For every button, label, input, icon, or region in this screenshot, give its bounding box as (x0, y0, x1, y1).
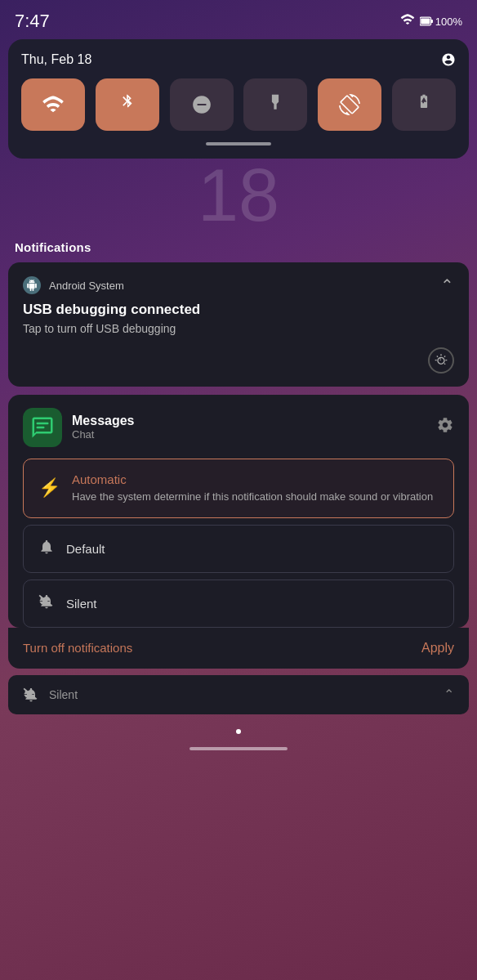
bell-off-icon (38, 593, 55, 614)
partial-row-chevron: ⌃ (444, 687, 454, 702)
dnd-qs-icon (191, 94, 212, 115)
qs-tile-autorotate[interactable] (318, 78, 381, 131)
automatic-description: Have the system determine if this notifi… (72, 490, 433, 504)
status-bar: 7:47 100% (0, 0, 477, 39)
notif-app-header: Android System ⌃ (23, 275, 454, 295)
svg-rect-1 (421, 18, 430, 24)
bottom-dot (236, 729, 241, 734)
option-automatic[interactable]: ⚡ Automatic Have the system determine if… (23, 459, 454, 518)
android-system-notification: Android System ⌃ USB debugging connected… (8, 262, 469, 387)
messages-icon-svg (30, 415, 55, 440)
lightning-icon: ⚡ (38, 477, 60, 499)
battery-percent: 100% (435, 16, 462, 28)
partial-silent-row: Silent ⌃ (8, 675, 469, 714)
bell-icon (38, 539, 55, 559)
date-background-number: 18 (0, 159, 477, 232)
svg-rect-4 (37, 426, 45, 428)
android-system-app-icon (23, 276, 41, 294)
messages-app-info: Messages Chat (72, 414, 135, 441)
messages-app-header: Messages Chat (23, 408, 454, 447)
notifications-section-label: Notifications (0, 232, 477, 262)
messages-app-sub: Chat (72, 428, 135, 441)
option-default[interactable]: Default (23, 525, 454, 573)
bell-off-svg (38, 593, 55, 610)
bottom-actions-bar: Turn off notifications Apply (8, 628, 469, 669)
wifi-qs-icon (42, 96, 65, 114)
silent-label: Silent (66, 597, 97, 611)
default-label: Default (66, 542, 105, 556)
quick-settings-panel: Thu, Feb 18 (8, 39, 469, 159)
status-time: 7:47 (15, 11, 50, 32)
notif-collapse-chevron[interactable]: ⌃ (440, 275, 454, 295)
notif-app-name: Android System (49, 280, 124, 292)
wifi-icon (400, 14, 415, 29)
android-icon (26, 280, 38, 291)
messages-settings-icon[interactable] (436, 416, 454, 438)
messages-notification-card: Messages Chat ⚡ Automatic Have the syste… (8, 395, 469, 628)
snooze-icon (435, 354, 448, 367)
qs-indicator-bar (206, 142, 271, 145)
messages-app-row: Messages Chat (23, 408, 135, 447)
qs-header: Thu, Feb 18 (21, 52, 456, 67)
partial-bell-off-icon (23, 687, 39, 703)
qs-right-icons (441, 52, 456, 67)
bluetooth-qs-icon (118, 93, 136, 116)
messages-app-name: Messages (72, 414, 135, 428)
apply-button[interactable]: Apply (421, 641, 454, 656)
bell-svg (38, 539, 55, 555)
option-silent[interactable]: Silent (23, 579, 454, 628)
qs-tile-flashlight[interactable] (243, 78, 307, 131)
qs-tile-dnd[interactable] (170, 78, 234, 131)
notif-app-row: Android System (23, 276, 124, 294)
flashlight-qs-icon (266, 93, 284, 116)
svg-rect-3 (37, 422, 49, 424)
qs-tile-battery-saver[interactable] (392, 78, 456, 131)
bottom-dot-indicator (0, 721, 477, 741)
status-icons: 100% (400, 14, 462, 29)
snooze-button[interactable] (428, 347, 454, 374)
qs-tiles (21, 78, 456, 131)
qs-tile-wifi[interactable] (21, 78, 85, 131)
battery-icon: 100% (420, 16, 462, 28)
gear-svg-icon (436, 416, 454, 434)
home-indicator-bar (189, 747, 288, 750)
automatic-option-content: Automatic Have the system determine if t… (72, 472, 433, 504)
messages-app-icon (23, 408, 62, 447)
svg-rect-2 (430, 20, 432, 23)
automatic-label: Automatic (72, 472, 433, 486)
partial-silent-text: Silent (49, 688, 78, 701)
turn-off-notifications-button[interactable]: Turn off notifications (23, 641, 132, 655)
autorotate-qs-icon (339, 94, 360, 115)
home-indicator[interactable] (0, 741, 477, 760)
settings-small-icon (441, 52, 456, 67)
qs-date: Thu, Feb 18 (21, 52, 91, 67)
qs-tile-bluetooth[interactable] (96, 78, 159, 131)
notif-body: Tap to turn off USB debugging (23, 321, 454, 338)
battery-saver-qs-icon (415, 93, 433, 116)
notif-snooze-area (23, 347, 454, 374)
partial-row-content: Silent (23, 687, 78, 703)
notification-options: ⚡ Automatic Have the system determine if… (23, 459, 454, 628)
notif-title: USB debugging connected (23, 302, 454, 318)
qs-scroll-indicator (21, 142, 456, 145)
